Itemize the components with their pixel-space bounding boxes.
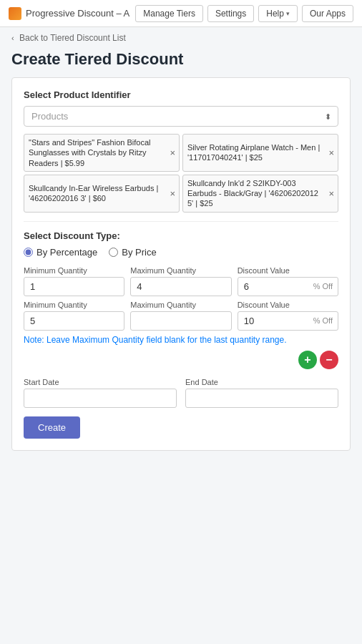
tier-1-max-qty-input[interactable] — [130, 311, 231, 331]
remove-product-2[interactable]: × — [170, 189, 175, 198]
note: Note: Leave Maximum Quantity field blank… — [24, 335, 338, 345]
logo-icon — [9, 7, 21, 20]
tier-0-max-qty-label: Maximum Quantity — [130, 266, 231, 275]
discount-type-label: Select Discount Type: — [24, 230, 338, 241]
divider-1 — [24, 221, 338, 222]
breadcrumb-link[interactable]: Back to Tiered Discount List — [19, 33, 126, 43]
note-prefix: Note: — [24, 335, 47, 345]
remove-product-1[interactable]: × — [328, 148, 334, 157]
create-discount-card: Select Product Identifier Products ⬍ "St… — [11, 77, 351, 451]
radio-by-price-label: By Price — [122, 247, 156, 258]
product-section-label: Select Product Identifier — [24, 89, 338, 100]
selected-products-grid: "Stars and Stripes" Fashion Bifocal Sung… — [24, 134, 338, 213]
tier-1-discount-label: Discount Value — [238, 301, 338, 309]
tier-controls: + − — [24, 351, 338, 369]
radio-by-percentage-input[interactable] — [24, 248, 33, 257]
product-select-wrapper: Products ⬍ — [24, 106, 338, 127]
product-tag-2: Skullcandy In-Ear Wireless Earbuds | '46… — [24, 175, 180, 213]
tier-1-max-qty-label: Maximum Quantity — [130, 301, 231, 309]
end-date-field: End Date — [185, 378, 338, 408]
tier-0-min-qty-input[interactable] — [24, 277, 124, 296]
product-tag-label-2: Skullcandy In-Ear Wireless Earbuds | '46… — [29, 183, 162, 204]
tier-0-discount-label: Discount Value — [238, 266, 338, 275]
tier-0-discount-wrapper: % Off — [238, 277, 338, 296]
remove-product-0[interactable]: × — [170, 148, 175, 157]
radio-by-price[interactable]: By Price — [109, 247, 156, 258]
tier-1-discount-field: Discount Value % Off — [238, 301, 338, 331]
breadcrumb: ‹ Back to Tiered Discount List — [0, 27, 362, 49]
note-link: Leave Maximum Quantity field blank — [47, 335, 185, 345]
start-date-input[interactable] — [24, 389, 177, 408]
app-logo: Progressive Discount – A Tiered Discount… — [9, 7, 129, 20]
start-date-field: Start Date — [24, 378, 177, 408]
product-tag-label-3: Skullcandy Ink'd 2 S2IKDY-003 Earbuds - … — [187, 178, 321, 209]
discount-type-radio-group: By Percentage By Price — [24, 247, 338, 258]
product-tag-0: "Stars and Stripes" Fashion Bifocal Sung… — [24, 134, 180, 172]
page-title: Create Tiered Discount — [0, 49, 362, 77]
add-tier-button[interactable]: + — [298, 351, 317, 369]
end-date-label: End Date — [185, 378, 338, 386]
tier-1-min-qty-input[interactable] — [24, 311, 124, 331]
breadcrumb-chevron: ‹ — [11, 34, 14, 42]
tier-0-discount-input[interactable] — [238, 277, 338, 296]
topbar: Progressive Discount – A Tiered Discount… — [0, 0, 362, 27]
tier-1-discount-wrapper: % Off — [238, 311, 338, 331]
tier-1-columns: Minimum Quantity Maximum Quantity Discou… — [24, 301, 338, 331]
app-title: Progressive Discount – A Tiered Discount… — [26, 8, 129, 19]
tier-0-min-qty-field: Minimum Quantity — [24, 266, 124, 296]
create-button[interactable]: Create — [24, 416, 80, 439]
product-select[interactable]: Products — [24, 106, 338, 127]
tier-1-min-qty-label: Minimum Quantity — [24, 301, 124, 309]
note-suffix: for the last quantity range. — [185, 335, 286, 345]
tier-0-max-qty-field: Maximum Quantity — [130, 266, 231, 296]
start-date-label: Start Date — [24, 378, 177, 386]
remove-product-3[interactable]: × — [328, 189, 334, 198]
tier-1-max-qty-field: Maximum Quantity — [130, 301, 231, 331]
product-tag-1: Silver Rotating Airplane Watch - Men | '… — [182, 134, 338, 172]
tier-1-discount-input[interactable] — [238, 311, 338, 331]
help-button[interactable]: Help ▾ — [258, 5, 298, 22]
remove-tier-button[interactable]: − — [320, 351, 338, 369]
tier-0-discount-field: Discount Value % Off — [238, 266, 338, 296]
manage-tiers-button[interactable]: Manage Tiers — [135, 5, 203, 22]
tier-0-columns: Minimum Quantity Maximum Quantity Discou… — [24, 266, 338, 296]
product-tag-3: Skullcandy Ink'd 2 S2IKDY-003 Earbuds - … — [182, 175, 338, 213]
product-tag-label-1: Silver Rotating Airplane Watch - Men | '… — [187, 142, 321, 163]
tier-1-min-qty-field: Minimum Quantity — [24, 301, 124, 331]
tier-row-1: Minimum Quantity Maximum Quantity Discou… — [24, 301, 338, 331]
help-dropdown-arrow: ▾ — [286, 10, 290, 17]
topbar-nav: Manage Tiers Settings Help ▾ Our Apps — [135, 5, 353, 22]
product-tag-label-0: "Stars and Stripes" Fashion Bifocal Sung… — [29, 137, 162, 168]
radio-by-percentage[interactable]: By Percentage — [24, 247, 97, 258]
dates-row: Start Date End Date — [24, 378, 338, 408]
radio-by-percentage-label: By Percentage — [36, 247, 97, 258]
tier-0-max-qty-input[interactable] — [130, 277, 231, 296]
settings-button[interactable]: Settings — [207, 5, 254, 22]
end-date-input[interactable] — [185, 389, 338, 408]
our-apps-button[interactable]: Our Apps — [302, 5, 353, 22]
tier-0-min-qty-label: Minimum Quantity — [24, 266, 124, 275]
radio-by-price-input[interactable] — [109, 248, 118, 257]
tier-row-0: Minimum Quantity Maximum Quantity Discou… — [24, 266, 338, 296]
